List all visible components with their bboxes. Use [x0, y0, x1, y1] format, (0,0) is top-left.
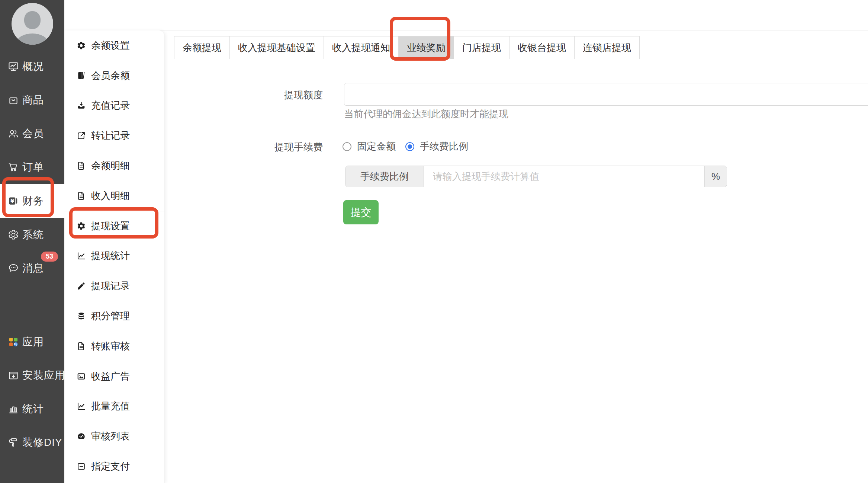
sidebar-item-label: 系统 [22, 228, 44, 242]
unread-count-badge: 53 [41, 252, 58, 262]
coins-icon [77, 311, 86, 321]
avatar-shoulders-shape [16, 33, 48, 45]
submenu-item[interactable]: 提现设置 [64, 211, 164, 241]
submenu-item[interactable]: 充值记录 [64, 91, 164, 121]
submenu-item[interactable]: 转让记录 [64, 121, 164, 151]
document-icon [77, 191, 86, 201]
submenu-item-label: 提现记录 [91, 279, 130, 292]
system-icon [8, 229, 19, 240]
external-link-icon [77, 131, 86, 140]
fee-option-1[interactable]: 手续费比例 [405, 140, 468, 153]
submenu-item[interactable]: 余额设置 [64, 31, 164, 61]
sidebar-item-label: 商品 [22, 93, 44, 107]
submenu-item-label: 提现设置 [91, 220, 130, 233]
submenu-item-label: 会员余额 [91, 69, 130, 82]
sidebar-item-orders[interactable]: 订单 [0, 150, 64, 184]
primary-nav: 概况 商品 会员 订单¥ 财务 系统 消息53 应用 安装应用 统计 装修DIY [0, 50, 64, 459]
tab-5[interactable]: 收银台提现 [509, 36, 574, 59]
chart-icon [77, 251, 86, 260]
sidebar-item-finance[interactable]: ¥ 财务 [0, 184, 64, 218]
submenu-item[interactable]: 收益广告 [64, 361, 164, 391]
fee-option-0[interactable]: 固定金额 [343, 140, 396, 153]
sidebar-item-overview[interactable]: 概况 [0, 50, 64, 83]
finance-submenu: 余额设置 会员余额 充值记录 转让记录 余额明细 收入明细 提现设置 提现统计 … [64, 31, 164, 482]
radio-label: 手续费比例 [420, 140, 468, 153]
submenu-item[interactable]: 收入明细 [64, 181, 164, 211]
submenu-item[interactable]: 提现统计 [64, 241, 164, 271]
fee-rate-addon-label: 手续费比例 [345, 166, 424, 187]
submenu-item[interactable]: 提现记录 [64, 271, 164, 301]
tab-3[interactable]: 业绩奖励 [398, 36, 454, 59]
sidebar-item-decorate-diy[interactable]: 装修DIY [0, 426, 64, 459]
book-icon [77, 71, 86, 80]
install-app-icon [8, 370, 19, 381]
download-icon [77, 101, 86, 110]
finance-submenu-panel: 余额设置 会员余额 充值记录 转让记录 余额明细 收入明细 提现设置 提现统计 … [64, 31, 165, 483]
avatar[interactable] [12, 3, 53, 45]
header-divider [64, 31, 868, 31]
submenu-item[interactable]: 转账审核 [64, 331, 164, 361]
fee-rate-input-group: 手续费比例 % [345, 166, 727, 187]
submenu-item[interactable]: 审核列表 [64, 421, 164, 451]
fee-rate-input[interactable] [424, 166, 704, 187]
submenu-item[interactable]: 指定支付 [64, 451, 164, 482]
app-root: 概况 商品 会员 订单¥ 财务 系统 消息53 应用 安装应用 统计 装修DIY… [0, 0, 868, 483]
orders-icon [8, 161, 19, 173]
radio-label: 固定金额 [357, 140, 396, 153]
submenu-item[interactable]: 批量充值 [64, 391, 164, 422]
submenu-item-label: 充值记录 [91, 99, 130, 112]
radio-icon[interactable] [343, 142, 351, 151]
document-icon [77, 342, 86, 351]
quota-label: 提现额度 [226, 89, 323, 102]
submenu-item-label: 收入明细 [91, 189, 130, 202]
sidebar-item-label: 消息 [22, 261, 44, 275]
overview-icon [8, 61, 19, 72]
quota-input[interactable] [344, 83, 868, 106]
gear-icon [77, 41, 86, 50]
submenu-item[interactable]: 积分管理 [64, 301, 164, 331]
tab-0[interactable]: 余额提现 [174, 36, 229, 59]
sidebar-item-label: 统计 [22, 402, 44, 416]
sidebar-item-label: 概况 [22, 60, 44, 74]
image-icon [77, 372, 86, 381]
quota-hint: 当前代理的佣金达到此额度时才能提现 [344, 108, 508, 121]
submenu-item[interactable]: 余额明细 [64, 151, 164, 181]
gear-icon [77, 221, 86, 231]
document-icon [77, 161, 86, 170]
tab-4[interactable]: 门店提现 [454, 36, 509, 59]
submenu-item-label: 指定支付 [91, 460, 130, 473]
tab-6[interactable]: 连锁店提现 [574, 36, 639, 59]
submit-button[interactable]: 提交 [343, 200, 379, 224]
fee-type-radio-group: 固定金额 手续费比例 [343, 140, 478, 153]
sidebar-item-label: 安装应用 [22, 368, 65, 383]
submenu-item-label: 余额明细 [91, 159, 130, 172]
sidebar-item-install-app[interactable]: 安装应用 [0, 359, 64, 392]
sidebar-item-goods[interactable]: 商品 [0, 83, 64, 117]
submenu-item[interactable]: 会员余额 [64, 61, 164, 91]
apps-icon [8, 336, 19, 348]
pencil-icon [77, 281, 86, 291]
tab-2[interactable]: 收入提现通知 [324, 36, 398, 59]
submenu-item-label: 转账审核 [91, 340, 130, 353]
sidebar-item-apps[interactable]: 应用 [0, 325, 64, 359]
submenu-item-label: 提现统计 [91, 249, 130, 262]
sidebar-item-statistics[interactable]: 统计 [0, 392, 64, 426]
sidebar-item-label: 应用 [22, 335, 44, 349]
statistics-icon [8, 403, 19, 415]
svg-text:¥: ¥ [10, 198, 14, 204]
radio-icon[interactable] [405, 142, 414, 151]
chart-icon [77, 402, 86, 411]
sidebar-item-label: 装修DIY [22, 435, 62, 450]
sidebar-item-label: 财务 [22, 194, 44, 208]
sidebar-item-messages[interactable]: 消息53 [0, 252, 64, 285]
minus-square-icon [77, 462, 86, 471]
tab-1[interactable]: 收入提现基础设置 [229, 36, 324, 59]
avatar-head-shape [24, 11, 41, 29]
primary-sidebar: 概况 商品 会员 订单¥ 财务 系统 消息53 应用 安装应用 统计 装修DIY [0, 0, 64, 483]
sidebar-item-system[interactable]: 系统 [0, 218, 64, 252]
withdraw-tabbar: 余额提现收入提现基础设置收入提现通知业绩奖励门店提现收银台提现连锁店提现 [174, 36, 640, 59]
submenu-item-label: 批量充值 [91, 400, 130, 413]
decorate-diy-icon [8, 437, 19, 448]
sidebar-item-label: 订单 [22, 160, 44, 174]
sidebar-item-members[interactable]: 会员 [0, 117, 64, 150]
